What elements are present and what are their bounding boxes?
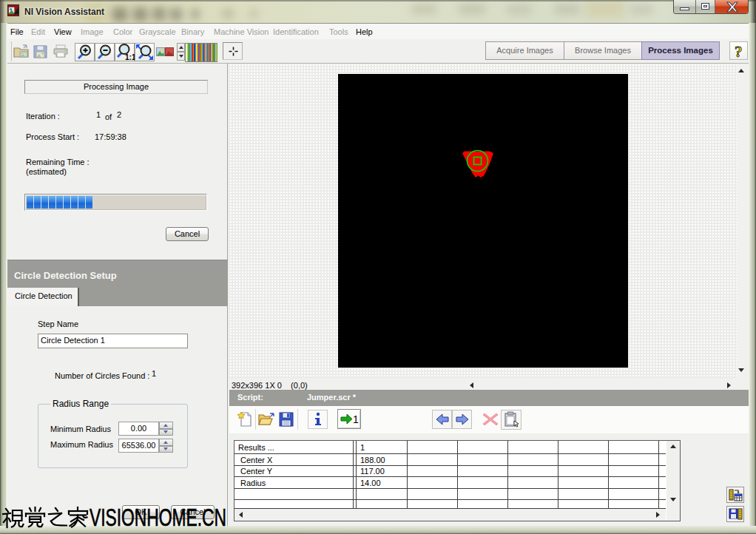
svg-text:1: 1 [353,413,359,425]
svg-text:VISIONHOME.CN: VISIONHOME.CN [90,506,226,531]
svg-text:1:1: 1:1 [125,53,135,61]
svg-text:?: ? [735,43,743,60]
